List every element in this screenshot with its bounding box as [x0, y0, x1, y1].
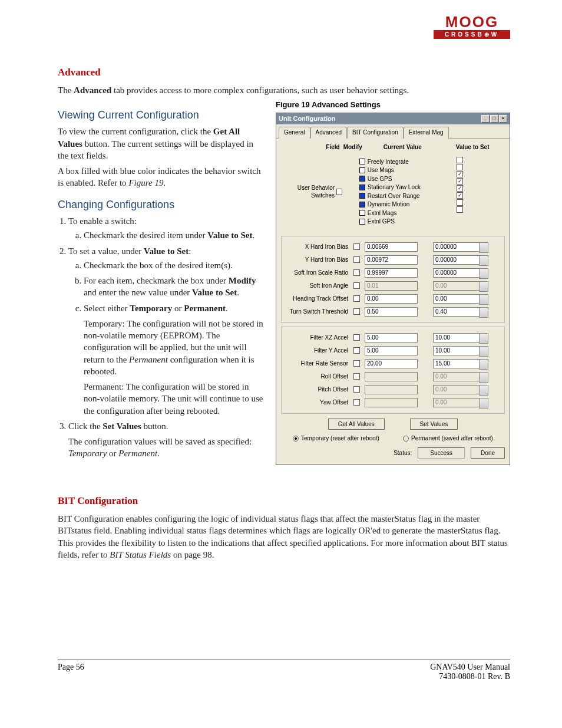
modify-checkbox[interactable]: [353, 347, 360, 354]
viewing-heading: Viewing Current Configuration: [58, 108, 266, 122]
modify-checkbox[interactable]: [353, 269, 360, 276]
field-row: Filter Rate Sensor20.0015.00: [284, 358, 502, 370]
switch-color-icon: [359, 159, 365, 164]
modify-checkbox[interactable]: [353, 256, 360, 263]
radio-permanent[interactable]: Permanent (saved after reboot): [403, 434, 493, 443]
field-row: Pitch Offset0.00: [284, 384, 502, 396]
advanced-heading: Advanced: [58, 66, 510, 80]
tab-advanced[interactable]: Advanced: [310, 127, 347, 139]
modify-checkbox[interactable]: [353, 386, 360, 393]
switch-color-icon: [359, 193, 365, 199]
switch-5: Dynamic Motion: [359, 200, 437, 209]
modify-checkbox[interactable]: [353, 334, 360, 341]
brand-logo: MOOG CROSSB⊕W: [434, 13, 510, 39]
current-value-input[interactable]: 0.00972: [365, 255, 418, 265]
modify-checkbox[interactable]: [353, 295, 360, 302]
switch-vts-checkbox[interactable]: [457, 164, 463, 170]
close-icon[interactable]: ×: [499, 115, 507, 123]
footer-page: Page 56: [58, 663, 84, 681]
done-button[interactable]: Done: [471, 447, 505, 459]
switch-4: Restart Over Range: [359, 192, 437, 200]
viewing-p1: To view the current configuration, click…: [58, 126, 266, 162]
switch-1: Use Mags: [359, 166, 437, 174]
current-value-input[interactable]: 0.50: [365, 307, 418, 317]
maximize-icon[interactable]: □: [490, 115, 498, 123]
minimize-icon[interactable]: _: [481, 115, 490, 123]
switch-label: Use Mags: [368, 166, 394, 174]
radio-temporary[interactable]: Temporary (reset after reboot): [293, 434, 379, 443]
switch-label: Extnl Mags: [368, 209, 396, 218]
value-to-set-input[interactable]: 10.00: [433, 333, 480, 342]
switch-color-icon: [359, 210, 365, 216]
value-to-set-input[interactable]: 0.00000: [433, 255, 480, 265]
hdr-current: Current Value: [365, 143, 440, 151]
figure-caption: Figure 19 Advanced Settings: [276, 100, 510, 110]
switch-vts-checkbox[interactable]: [457, 157, 463, 163]
field-label: Soft Iron Scale Ratio: [284, 269, 352, 277]
switch-vts-checkbox[interactable]: [457, 192, 463, 199]
page-footer: Page 56 GNAV540 User Manual 7430-0808-01…: [58, 660, 510, 681]
footer-manual: GNAV540 User Manual: [430, 663, 510, 672]
switch-label: Dynamic Motion: [368, 200, 410, 209]
field-row: Soft Iron Angle0.010.00: [284, 280, 502, 292]
value-to-set-input[interactable]: 0.00: [433, 294, 480, 304]
field-row: Filter Y Accel5.0010.00: [284, 345, 502, 357]
get-all-values-button[interactable]: Get All Values: [328, 419, 385, 430]
current-value-input[interactable]: 0.99997: [365, 268, 418, 278]
switch-vts-checkbox[interactable]: [457, 178, 463, 185]
set-values-button[interactable]: Set Values: [410, 419, 458, 430]
switch-vts-checkbox[interactable]: [457, 171, 463, 177]
modify-checkbox[interactable]: [353, 282, 360, 289]
logo-crossbow-text: CROSSB⊕W: [434, 30, 510, 39]
field-label: Filter Rate Sensor: [284, 360, 352, 368]
field-label: X Hard Iron Bias: [284, 243, 352, 251]
switch-2: Use GPS: [359, 175, 437, 183]
switch-color-icon: [359, 219, 365, 225]
switch-vts-checkbox[interactable]: [457, 206, 463, 213]
current-value-input[interactable]: 20.00: [365, 359, 418, 368]
current-value-input[interactable]: 5.00: [365, 346, 418, 355]
value-to-set-input[interactable]: 10.00: [433, 346, 480, 355]
switch-label: Stationary Yaw Lock: [368, 183, 421, 192]
ubs-modify-checkbox[interactable]: [336, 189, 342, 195]
value-to-set-input: 0.00: [433, 281, 480, 291]
switch-vts-checkbox[interactable]: [457, 185, 463, 192]
modify-checkbox[interactable]: [353, 308, 360, 315]
changing-heading: Changing Configurations: [58, 197, 266, 212]
field-row: X Hard Iron Bias0.006690.00000: [284, 241, 502, 253]
logo-moog-text: MOOG: [434, 13, 510, 31]
field-row: Filter XZ Accel5.0010.00: [284, 332, 502, 344]
value-to-set-input[interactable]: 0.00000: [433, 242, 480, 252]
switch-6: Extnl Mags: [359, 209, 437, 218]
switch-label: Restart Over Range: [368, 192, 420, 200]
switch-label: Use GPS: [368, 175, 392, 183]
current-value-input[interactable]: 0.00: [365, 294, 418, 304]
field-group-1: X Hard Iron Bias0.006690.00000Y Hard Iro…: [281, 236, 505, 323]
hdr-field: Field: [281, 143, 343, 151]
switch-7: Extnl GPS: [359, 218, 437, 226]
modify-checkbox[interactable]: [353, 360, 360, 367]
current-value-input: [365, 372, 418, 381]
bit-config-body: BIT Configuration enables configuring th…: [58, 513, 510, 561]
field-row: Heading Track Offset0.000.00: [284, 293, 502, 305]
switch-label: Extnl GPS: [368, 218, 395, 226]
current-value-input[interactable]: 5.00: [365, 333, 418, 342]
current-value-input[interactable]: 0.00669: [365, 242, 418, 252]
modify-checkbox[interactable]: [353, 243, 360, 250]
value-to-set-input[interactable]: 15.00: [433, 359, 480, 368]
hdr-modify: Modify: [343, 143, 365, 151]
modify-checkbox[interactable]: [353, 399, 360, 406]
unit-config-dialog: Unit Configuration _ □ × General Advance…: [276, 113, 510, 465]
tab-bit-config[interactable]: BIT Configuration: [347, 127, 404, 139]
modify-checkbox[interactable]: [353, 373, 360, 380]
tab-external-mag[interactable]: External Mag: [404, 127, 449, 139]
tab-general[interactable]: General: [279, 127, 310, 139]
value-to-set-input[interactable]: 0.40: [433, 307, 480, 317]
value-to-set-input[interactable]: 0.00000: [433, 268, 480, 278]
hdr-vts: Value to Set: [440, 143, 505, 151]
field-label: Y Hard Iron Bias: [284, 256, 352, 264]
changing-steps: To enable a switch: Checkmark the desire…: [68, 215, 266, 460]
field-row: Turn Switch Threshold0.500.40: [284, 306, 502, 318]
switch-vts-checkbox[interactable]: [457, 199, 463, 206]
switch-3: Stationary Yaw Lock: [359, 183, 437, 192]
